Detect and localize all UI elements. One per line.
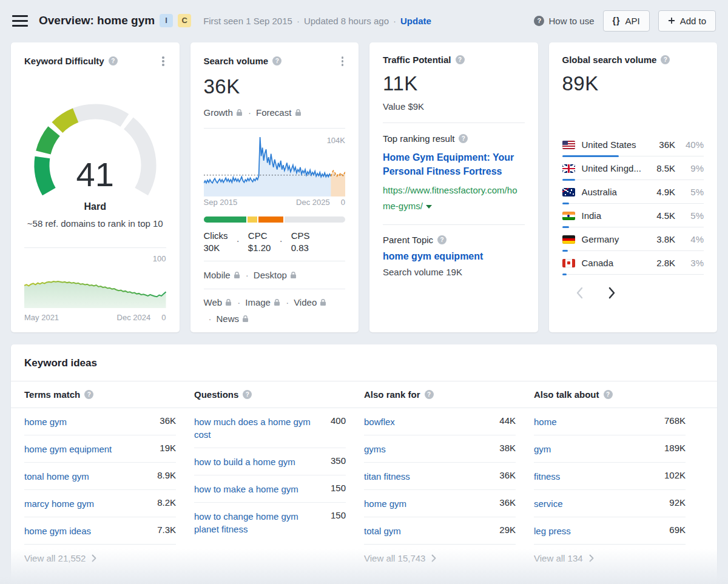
keyword-row: fitness102K xyxy=(534,462,686,489)
country-flag-icon xyxy=(562,141,575,149)
keyword-link[interactable]: home xyxy=(534,415,557,428)
chevron-right-icon xyxy=(92,554,96,562)
view-all-also-talk-link[interactable]: View all 134 xyxy=(534,544,686,572)
country-flag-icon xyxy=(562,164,575,173)
keyword-row: how to make a home gym150 xyxy=(194,475,346,502)
kebab-menu-icon[interactable] xyxy=(340,55,346,68)
keyword-meta: First seen 1 Sep 2015·Updated 8 hours ag… xyxy=(203,16,431,26)
lock-icon xyxy=(224,298,232,306)
keyword-row: total gym29K xyxy=(364,517,516,544)
keyword-link[interactable]: titan fitness xyxy=(364,470,410,483)
metric-cards-row: Keyword Difficulty 41 Hard ~58 ref. doma… xyxy=(0,41,728,332)
sv-trend-chart: 104K Sep 2015 Dec 2025 0 xyxy=(204,136,346,207)
keyword-row: home gym36K xyxy=(24,408,176,435)
keyword-row: service92K xyxy=(534,489,686,517)
help-icon[interactable] xyxy=(425,390,434,399)
video-toggle[interactable]: Video xyxy=(294,297,327,307)
country-flag-icon xyxy=(562,235,575,244)
sv-metrics: Clicks30K · CPC$1.20 · CPS0.83 xyxy=(204,230,346,253)
global-search-volume-card: Global search volume 89K United States 3… xyxy=(549,42,718,332)
also-talk-about-column: home768K gym189K fitness102K service92K … xyxy=(534,408,704,572)
keyword-row: how much does a home gym cost400 xyxy=(194,408,346,448)
desktop-toggle[interactable]: Desktop xyxy=(254,270,297,280)
lock-icon xyxy=(289,271,297,279)
kd-gauge: 41 Hard ~58 ref. domains to rank in top … xyxy=(24,70,166,247)
top-bar: Overview: home gym I C First seen 1 Sep … xyxy=(0,0,728,41)
keyword-row: home gym36K xyxy=(364,489,516,517)
api-button[interactable]: {} API xyxy=(603,10,650,32)
keyword-link[interactable]: how to change home gym planet fitness xyxy=(194,510,323,535)
help-icon[interactable] xyxy=(272,56,281,65)
kebab-menu-icon[interactable] xyxy=(160,55,166,68)
top-actions: How to use {} API Add to xyxy=(534,10,716,32)
keyword-link[interactable]: home gym xyxy=(24,415,67,428)
top-result-link[interactable]: Home Gym Equipment: Your Personal Fitnes… xyxy=(383,150,525,178)
web-toggle[interactable]: Web xyxy=(204,297,233,307)
keyword-link[interactable]: total gym xyxy=(364,525,401,537)
keyword-link[interactable]: home gym ideas xyxy=(24,525,91,537)
card-title: Traffic Potential xyxy=(383,55,451,65)
questions-header: Questions xyxy=(194,381,364,408)
view-all-also-rank-link[interactable]: View all 15,743 xyxy=(364,544,516,572)
help-icon[interactable] xyxy=(109,56,118,65)
intent-badge[interactable]: I xyxy=(160,14,173,27)
keyword-link[interactable]: gym xyxy=(534,443,551,455)
next-page-chevron-icon[interactable] xyxy=(608,287,616,299)
plus-icon xyxy=(668,17,675,24)
kd-value: 41 xyxy=(24,156,166,193)
keyword-link[interactable]: marcy home gym xyxy=(24,497,94,510)
keyword-link[interactable]: home gym xyxy=(364,497,406,510)
top-ranking-label: Top ranking result xyxy=(383,133,454,144)
update-link[interactable]: Update xyxy=(400,16,431,26)
hamburger-menu-icon[interactable] xyxy=(12,15,28,27)
keyword-link[interactable]: how to build a home gym xyxy=(194,455,295,468)
view-all-terms-link[interactable]: View all 21,552 xyxy=(24,544,176,572)
traffic-potential-value: 11K xyxy=(383,72,525,95)
keyword-link[interactable]: bowflex xyxy=(364,415,395,428)
keyword-link[interactable]: leg press xyxy=(534,525,571,537)
country-row: India 4.5K 5% xyxy=(562,204,704,227)
code-braces-icon: {} xyxy=(613,16,621,25)
mobile-toggle[interactable]: Mobile xyxy=(204,270,241,280)
keyword-link[interactable]: how much does a home gym cost xyxy=(194,415,323,441)
help-icon[interactable] xyxy=(456,55,465,64)
help-icon[interactable] xyxy=(437,235,447,244)
help-icon[interactable] xyxy=(459,134,468,143)
country-flag-icon xyxy=(562,259,575,267)
image-toggle[interactable]: Image xyxy=(245,297,281,307)
keyword-row: home gym ideas7.3K xyxy=(24,517,176,544)
help-icon[interactable] xyxy=(604,390,613,399)
help-icon[interactable] xyxy=(84,390,93,399)
lock-icon xyxy=(241,315,249,323)
parent-topic-volume: Search volume 19K xyxy=(383,267,525,277)
keyword-link[interactable]: gyms xyxy=(364,443,386,455)
keyword-row: how to change home gym planet fitness150 xyxy=(194,502,346,542)
global-volume-value: 89K xyxy=(562,72,704,95)
keyword-link[interactable]: tonal home gym xyxy=(24,470,89,483)
prev-page-chevron-icon[interactable] xyxy=(576,287,583,299)
search-volume-value: 36K xyxy=(204,75,346,98)
card-title: Global search volume xyxy=(562,55,657,65)
keyword-link[interactable]: home gym equipment xyxy=(24,443,112,455)
sv-chart-ymax: 104K xyxy=(327,136,345,145)
growth-toggle[interactable]: Growth xyxy=(204,107,244,118)
lock-icon xyxy=(235,109,243,116)
add-to-button[interactable]: Add to xyxy=(658,10,716,32)
commercial-badge[interactable]: C xyxy=(178,14,191,27)
keyword-link[interactable]: fitness xyxy=(534,470,560,483)
parent-topic-link[interactable]: home gym equipment xyxy=(383,251,525,262)
top-result-url[interactable]: https://www.fitnessfactory.com/home-gyms… xyxy=(383,183,525,214)
news-toggle[interactable]: News xyxy=(217,314,250,324)
clicks-distribution-bar xyxy=(204,216,346,223)
keyword-link[interactable]: service xyxy=(534,497,563,510)
help-icon[interactable] xyxy=(661,55,670,64)
lock-icon xyxy=(319,298,327,306)
help-icon[interactable] xyxy=(243,390,252,399)
questions-column: how much does a home gym cost400 how to … xyxy=(194,408,364,542)
keyword-row: gym189K xyxy=(534,435,686,462)
how-to-use-link[interactable]: How to use xyxy=(534,16,594,26)
terms-match-header: Terms match xyxy=(24,381,194,408)
forecast-toggle[interactable]: Forecast xyxy=(256,107,302,118)
chevron-right-icon xyxy=(431,554,436,562)
keyword-link[interactable]: how to make a home gym xyxy=(194,483,298,495)
